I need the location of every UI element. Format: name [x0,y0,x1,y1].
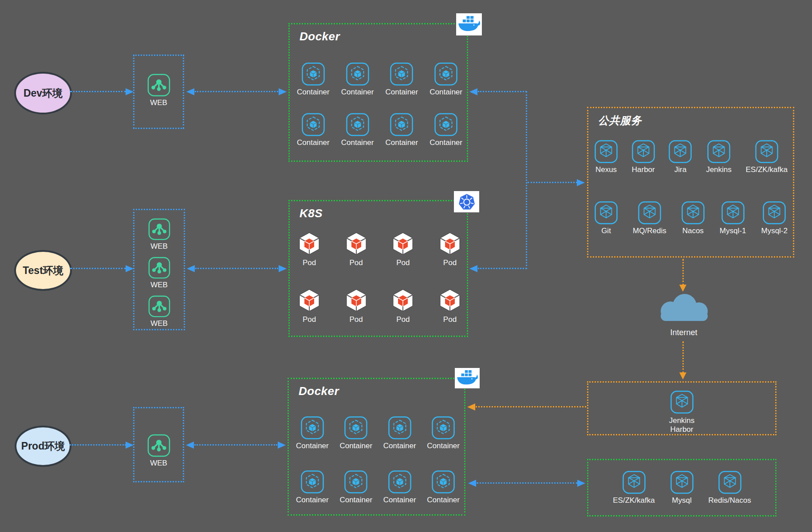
container-node: Container [383,416,416,450]
pod-node: Pod [297,231,322,267]
service-label: Redis/Nacos [708,496,751,505]
docker-whale-icon [456,13,482,35]
container-cube-icon [346,113,369,136]
kubernetes-wheel-icon [454,191,479,212]
service-cube-icon [670,471,694,494]
web-label: WEB [150,242,168,251]
edge-web-k8s [195,268,278,269]
service-cube-icon [669,140,692,163]
arrowhead-right [577,179,585,186]
arrowhead-left [469,265,477,272]
web-node: WEB [134,295,184,328]
pod-label: Pod [443,258,457,267]
public-services-title: 公共服务 [598,113,642,128]
service-node: Harbor [632,140,655,174]
container-node: Container [430,113,462,147]
web-label: WEB [150,98,167,107]
jenkins-harbor-labels: Jenkins Harbor [588,416,775,434]
arrowhead-left [186,442,194,449]
service-node: ES/ZK/kafka [746,140,788,174]
edge-dev-to-web [70,91,126,92]
pod-node: Pod [438,231,462,267]
container-label: Container [383,496,416,505]
arrowhead-left [467,403,475,411]
arrowhead-left [468,480,476,487]
service-node: Redis/Nacos [706,471,754,505]
service-cube-icon [718,471,741,494]
container-node: Container [296,416,329,450]
public-services-group: 公共服务 Nexus Harbor Jira Jenkins ES/ZK/kaf… [587,107,794,258]
container-label: Container [297,88,330,97]
service-label: Jira [674,165,686,174]
container-label: Container [341,138,374,147]
edge-web-docker-bottom [194,444,277,446]
container-node: Container [339,416,372,450]
service-label: Harbor [632,165,655,174]
web-group-test: WEB WEB WEB [133,209,185,330]
container-cube-icon [434,63,457,86]
internet-label: Internet [653,328,715,337]
container-label: Container [339,496,372,505]
container-label: Container [296,496,329,505]
service-cube-icon [595,201,618,224]
container-label: Container [430,138,462,147]
container-label: Container [386,88,418,97]
container-label: Container [386,138,418,147]
pod-row: Pod Pod Pod Pod [297,231,462,267]
env-node-test: Test环境 [14,250,72,291]
web-node-icon [148,257,170,279]
jenkins-harbor-group: Jenkins Harbor [587,381,777,435]
edge-docker-trunk [478,91,527,92]
container-node: Container [341,113,374,147]
edge-public-to-internet [682,259,684,286]
service-label: ES/ZK/kafka [613,496,654,505]
arrowhead-right [126,442,134,449]
edge-trunk-to-public [528,182,577,183]
docker-cluster-top: Docker Container Container Container Con… [288,23,468,162]
edge-test-to-web [70,268,126,269]
container-label: Container [427,496,460,505]
service-node: Git [595,201,618,235]
pod-node: Pod [344,231,369,267]
container-node: Container [383,470,416,505]
pod-cube-icon [390,288,415,313]
devops-architecture-diagram: Dev环境 Test环境 Prod环境 WEB WEB WEB WEB WEB [0,0,812,532]
pod-label: Pod [396,258,410,267]
container-label: Container [341,88,374,97]
container-node: Container [430,63,462,97]
web-node-icon [148,218,170,240]
env-dev-label: Dev环境 [24,86,63,100]
container-cube-icon [434,113,457,136]
prod-services-group: ES/ZK/kafka Mysql Redis/Nacos [587,459,777,516]
service-cube-icon [638,201,661,224]
web-node-icon [147,74,170,97]
edge-trunk-vertical [526,91,527,269]
web-node: WEB [134,434,183,468]
web-label: WEB [150,319,168,328]
web-group-prod: WEB [133,407,184,482]
arrowhead-left [187,265,195,272]
web-node: WEB [134,218,184,251]
jenkins-harbor-node [588,391,775,414]
pod-label: Pod [303,315,316,324]
container-cube-icon [344,470,367,493]
pod-label: Pod [350,315,363,324]
edge-web-docker-top [195,91,278,92]
container-cube-icon [302,63,325,86]
env-node-prod: Prod环境 [15,426,71,467]
web-node: WEB [134,257,184,289]
arrowhead-right [279,88,287,95]
service-label: ES/ZK/kafka [746,165,788,174]
service-cube-icon [763,201,786,224]
web-node-icon [148,295,170,317]
service-node: Jira [669,140,692,174]
env-test-label: Test环境 [23,264,63,278]
container-node: Container [427,416,460,450]
container-cube-icon [390,113,413,136]
k8s-title: K8S [300,207,323,220]
container-label: Container [430,88,462,97]
pod-node: Pod [344,288,369,324]
container-cube-icon [388,470,411,493]
container-label: Container [297,138,330,147]
container-node: Container [297,113,330,147]
